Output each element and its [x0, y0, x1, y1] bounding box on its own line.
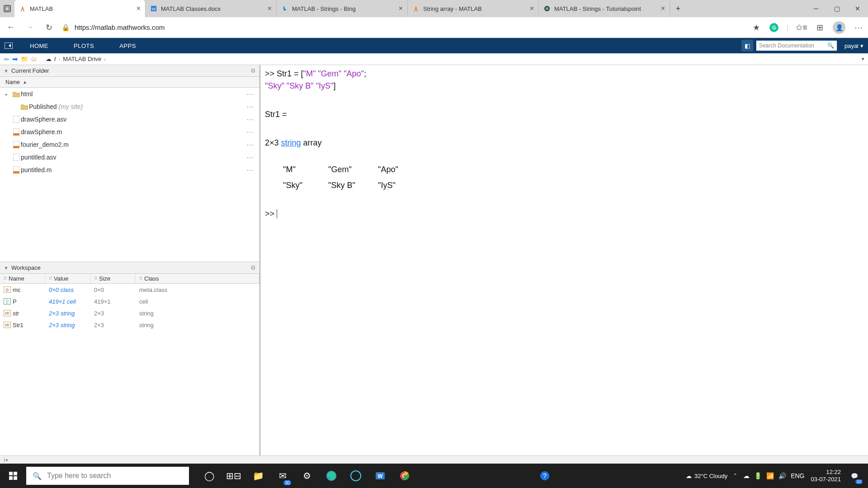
file-row[interactable]: drawSphere.asv⋯: [0, 113, 259, 126]
file-row[interactable]: puntitled.m⋯: [0, 164, 259, 176]
alexa-icon[interactable]: [344, 464, 367, 488]
browser-tab-tutorialspoint[interactable]: MATLAB - Strings - Tutorialspoint ×: [539, 0, 670, 17]
mail-icon[interactable]: ✉30: [271, 464, 294, 488]
mail-badge: 30: [283, 480, 291, 485]
clock[interactable]: 12:22 03-07-2021: [811, 469, 841, 483]
grammarly-icon[interactable]: G: [769, 23, 778, 32]
tab-close-icon[interactable]: ×: [137, 5, 141, 13]
address-bar[interactable]: 🔒 https://matlab.mathworks.com: [61, 23, 745, 32]
var-class: string: [136, 310, 259, 317]
task-view-icon[interactable]: ⊞⊟: [222, 464, 245, 488]
window-minimize-button[interactable]: ─: [806, 0, 826, 17]
file-row[interactable]: fourier_demo2.m⋯: [0, 138, 259, 151]
favorites-icon[interactable]: ✩≡: [797, 23, 807, 33]
chevron-right-icon[interactable]: ›: [59, 56, 61, 62]
user-menu[interactable]: payal ▾: [840, 42, 863, 49]
search-icon[interactable]: 🔍: [827, 42, 834, 49]
file-row[interactable]: Published (my site)⋯: [0, 100, 259, 113]
find-files-icon[interactable]: 🗂: [31, 56, 37, 62]
collapse-triangle-icon[interactable]: ▼: [4, 68, 9, 74]
sort-asc-icon: ▲: [23, 80, 27, 84]
chevron-right-icon[interactable]: ›: [104, 56, 106, 62]
file-menu-icon[interactable]: ⋯: [246, 90, 254, 99]
weather-widget[interactable]: ☁ 32°C Cloudy: [686, 473, 727, 479]
file-menu-icon[interactable]: ⋯: [246, 103, 254, 111]
collapse-triangle-icon[interactable]: ▼: [4, 265, 9, 271]
current-folder-header[interactable]: ▼ Current Folder ⚙: [0, 65, 259, 77]
word-icon[interactable]: W: [369, 464, 392, 488]
column-class[interactable]: ⠿Class: [136, 274, 259, 283]
new-tab-button[interactable]: +: [670, 0, 686, 17]
folder-column-header[interactable]: Name ▲: [0, 77, 259, 88]
restore-panels-icon[interactable]: [0, 38, 17, 53]
file-explorer-icon[interactable]: 📁: [247, 464, 269, 488]
taskbar-search[interactable]: 🔍 Type here to search: [26, 467, 189, 485]
settings-icon[interactable]: ⚙: [296, 464, 318, 488]
tab-home[interactable]: HOME: [17, 38, 61, 53]
command-window[interactable]: >> Str1 = ["M" "Gem" "Apo"; "Sky" "Sky B…: [260, 65, 868, 455]
breadcrumb-dropdown-icon[interactable]: ▾: [862, 56, 864, 62]
workspace-row[interactable]: ◎ mc0×0 class0×0meta.class: [0, 284, 259, 296]
panel-menu-icon[interactable]: ⚙: [250, 67, 256, 74]
wifi-icon[interactable]: 📶: [766, 472, 774, 479]
battery-icon[interactable]: 🔋: [754, 472, 762, 479]
expand-status-icon[interactable]: |◂: [4, 457, 8, 463]
collections-icon[interactable]: ⊞: [815, 23, 825, 33]
window-maximize-button[interactable]: ▢: [826, 0, 847, 17]
volume-icon[interactable]: 🔊: [778, 472, 786, 479]
browser-tab-matlab[interactable]: MATLAB ×: [14, 0, 146, 17]
bing-favicon: [281, 5, 288, 12]
column-value[interactable]: ⠿Value: [45, 274, 90, 283]
file-menu-icon[interactable]: ⋯: [246, 166, 254, 174]
window-close-button[interactable]: ✕: [847, 0, 868, 17]
column-name[interactable]: ⠿Name: [0, 274, 45, 283]
browser-tab-bing[interactable]: MATLAB - Strings - Bing ×: [277, 0, 408, 17]
file-row[interactable]: drawSphere.m⋯: [0, 126, 259, 138]
menu-icon[interactable]: ⋯: [854, 23, 863, 33]
tab-actions-button[interactable]: [0, 0, 14, 17]
workspace-row[interactable]: {} P419×1 cell419×1cell: [0, 296, 259, 307]
folder-up-icon[interactable]: 📁: [21, 56, 28, 62]
expand-icon[interactable]: ▸: [5, 92, 12, 97]
tab-apps[interactable]: APPS: [107, 38, 149, 53]
edge-icon[interactable]: [320, 464, 343, 488]
tab-close-icon[interactable]: ×: [661, 5, 665, 13]
start-button[interactable]: [0, 464, 26, 488]
browser-tab-stringarray[interactable]: String array - MATLAB ×: [408, 0, 539, 17]
breadcrumb-item[interactable]: MATLAB Drive: [63, 56, 101, 62]
profile-avatar[interactable]: 👤: [833, 21, 845, 34]
file-menu-icon[interactable]: ⋯: [246, 115, 254, 124]
nav-forward-icon[interactable]: ➡: [12, 55, 18, 63]
onedrive-icon[interactable]: ☁: [743, 472, 750, 479]
workspace-header[interactable]: ▼ Workspace ⚙: [0, 262, 259, 274]
search-documentation-input[interactable]: Search Documentation 🔍: [756, 40, 837, 51]
string-type-link[interactable]: string: [281, 138, 301, 147]
nav-back-icon[interactable]: ⬅: [4, 55, 9, 63]
nav-forward-button[interactable]: →: [24, 21, 36, 34]
tab-close-icon[interactable]: ×: [530, 5, 534, 13]
tab-close-icon[interactable]: ×: [399, 5, 403, 13]
column-size[interactable]: ⠿Size: [90, 274, 136, 283]
file-row[interactable]: ▸html⋯: [0, 88, 259, 100]
file-menu-icon[interactable]: ⋯: [246, 153, 254, 162]
workspace-row[interactable]: str str2×3 string2×3string: [0, 307, 259, 319]
workspace-row[interactable]: str Str12×3 string2×3string: [0, 319, 259, 331]
favorite-star-icon[interactable]: ★: [751, 23, 761, 33]
tray-expand-icon[interactable]: ˄: [734, 473, 737, 479]
file-menu-icon[interactable]: ⋯: [246, 128, 254, 136]
file-menu-icon[interactable]: ⋯: [246, 141, 254, 149]
browser-tab-docx[interactable]: W MATLAB Classes.docx ×: [146, 0, 277, 17]
action-center-icon[interactable]: 💬22: [847, 469, 862, 483]
help-icon[interactable]: ?: [533, 464, 556, 488]
language-indicator[interactable]: ENG: [791, 472, 804, 479]
nav-refresh-button[interactable]: ↻: [42, 21, 55, 34]
nav-back-button[interactable]: ←: [5, 21, 17, 34]
cloud-icon[interactable]: ☁: [46, 56, 52, 62]
notification-bell-icon[interactable]: ◧: [741, 40, 753, 52]
tab-close-icon[interactable]: ×: [268, 5, 272, 13]
file-row[interactable]: puntitled.asv⋯: [0, 151, 259, 164]
panel-menu-icon[interactable]: ⚙: [250, 264, 256, 271]
cortana-icon[interactable]: ◯: [198, 464, 221, 488]
chrome-icon[interactable]: [393, 464, 416, 488]
tab-plots[interactable]: PLOTS: [61, 38, 107, 53]
